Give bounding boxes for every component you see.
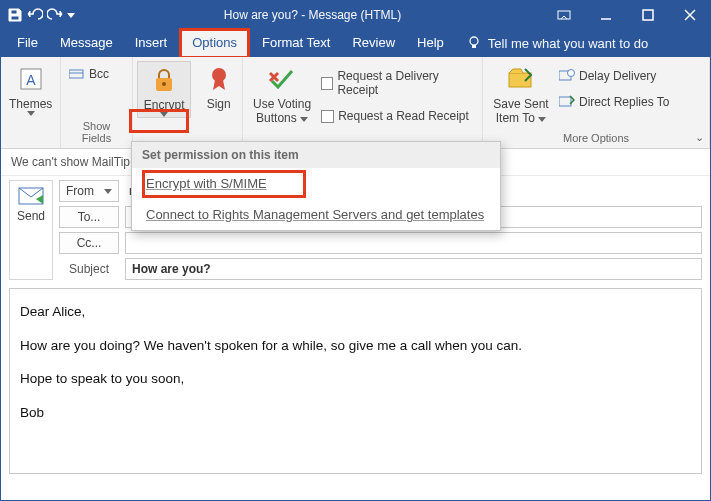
chevron-down-icon (104, 189, 112, 194)
request-delivery-receipt-checkbox[interactable]: Request a Delivery Receipt (321, 67, 474, 99)
window-title: How are you? - Message (HTML) (81, 8, 544, 22)
body-line: Bob (20, 404, 691, 422)
ribbon: A Themes Bcc Show Fields Encrypt (1, 57, 710, 149)
group-permission: Encrypt Sign (133, 57, 243, 148)
message-body[interactable]: Dear Alice, How are you doing? We haven'… (9, 288, 702, 474)
tab-file[interactable]: File (7, 31, 48, 56)
body-line: Hope to speak to you soon, (20, 370, 691, 388)
themes-icon: A (15, 63, 47, 95)
qat-more-icon[interactable] (67, 13, 75, 18)
checkbox-icon (321, 110, 334, 123)
svg-point-7 (470, 37, 478, 45)
themes-button[interactable]: A Themes (9, 61, 52, 116)
undo-icon[interactable] (27, 7, 43, 23)
subject-label: Subject (59, 262, 119, 276)
tab-help[interactable]: Help (407, 31, 454, 56)
tell-me-search[interactable]: Tell me what you want to do (466, 35, 648, 51)
direct-replies-button[interactable]: Direct Replies To (559, 93, 669, 111)
svg-rect-11 (69, 70, 83, 78)
cc-input[interactable] (125, 232, 702, 254)
svg-rect-8 (472, 45, 476, 48)
save-sent-item-button[interactable]: Save Sent Item To (491, 61, 551, 125)
subject-input[interactable] (125, 258, 702, 280)
chevron-down-icon (160, 112, 168, 117)
maximize-icon[interactable] (628, 1, 668, 29)
svg-rect-1 (11, 16, 19, 20)
svg-rect-21 (559, 97, 571, 106)
lock-icon (148, 64, 180, 96)
send-button[interactable]: Send (9, 180, 53, 280)
group-label: More Options (491, 130, 701, 146)
chevron-down-icon (300, 117, 308, 122)
group-tracking: Use Voting Buttons Request a Delivery Re… (243, 57, 483, 148)
use-voting-buttons-button[interactable]: Use Voting Buttons (251, 61, 313, 125)
request-read-receipt-checkbox[interactable]: Request a Read Receipt (321, 107, 474, 125)
connect-rms-item[interactable]: Connect to Rights Management Servers and… (132, 199, 500, 230)
title-bar: How are you? - Message (HTML) (1, 1, 710, 29)
folder-arrow-icon (505, 63, 537, 95)
clock-envelope-icon (559, 69, 575, 83)
tab-insert[interactable]: Insert (125, 31, 178, 56)
to-button[interactable]: To... (59, 206, 119, 228)
ribbon-display-icon[interactable] (544, 1, 584, 29)
encrypt-button[interactable]: Encrypt (137, 61, 191, 118)
window-controls (544, 1, 710, 29)
from-button[interactable]: From (59, 180, 119, 202)
encrypt-smime-item[interactable]: Encrypt with S/MIME (132, 168, 500, 199)
chevron-down-icon (27, 111, 35, 116)
encrypt-dropdown: Set permission on this item Encrypt with… (131, 141, 501, 231)
send-envelope-icon (18, 187, 44, 205)
redo-icon[interactable] (47, 7, 63, 23)
body-line: Dear Alice, (20, 303, 691, 321)
group-themes: A Themes (1, 57, 61, 148)
svg-text:A: A (26, 72, 36, 88)
group-label: Show Fields (69, 118, 124, 146)
collapse-ribbon-icon[interactable]: ⌄ (695, 131, 704, 144)
reply-arrow-icon (559, 95, 575, 109)
ribbon-badge-icon (203, 63, 235, 95)
bcc-icon (69, 68, 85, 80)
save-icon[interactable] (7, 7, 23, 23)
ribbon-tabs: File Message Insert Options Format Text … (1, 29, 710, 57)
svg-rect-4 (643, 10, 653, 20)
svg-rect-2 (558, 11, 570, 19)
tab-message[interactable]: Message (50, 31, 123, 56)
minimize-icon[interactable] (586, 1, 626, 29)
group-more-options: Save Sent Item To Delay Delivery Direct … (483, 57, 710, 148)
close-icon[interactable] (670, 1, 710, 29)
sign-button[interactable]: Sign (199, 61, 238, 111)
bcc-button[interactable]: Bcc (69, 65, 109, 83)
svg-rect-0 (11, 10, 17, 14)
chevron-down-icon (538, 117, 546, 122)
voting-icon (266, 63, 298, 95)
quick-access-toolbar (1, 7, 81, 23)
cc-button[interactable]: Cc... (59, 232, 119, 254)
svg-point-20 (568, 70, 575, 77)
svg-point-15 (212, 68, 226, 82)
group-show-fields: Bcc Show Fields (61, 57, 133, 148)
delay-delivery-button[interactable]: Delay Delivery (559, 67, 669, 85)
dropdown-header: Set permission on this item (132, 142, 500, 168)
tab-format-text[interactable]: Format Text (252, 31, 340, 56)
lightbulb-icon (466, 35, 482, 51)
tell-me-label: Tell me what you want to do (488, 36, 648, 51)
body-line: How are you doing? We haven't spoken for… (20, 337, 691, 355)
svg-point-14 (162, 82, 166, 86)
checkbox-icon (321, 77, 333, 90)
svg-rect-18 (509, 73, 531, 87)
tab-review[interactable]: Review (342, 31, 405, 56)
tab-options[interactable]: Options (179, 28, 250, 59)
